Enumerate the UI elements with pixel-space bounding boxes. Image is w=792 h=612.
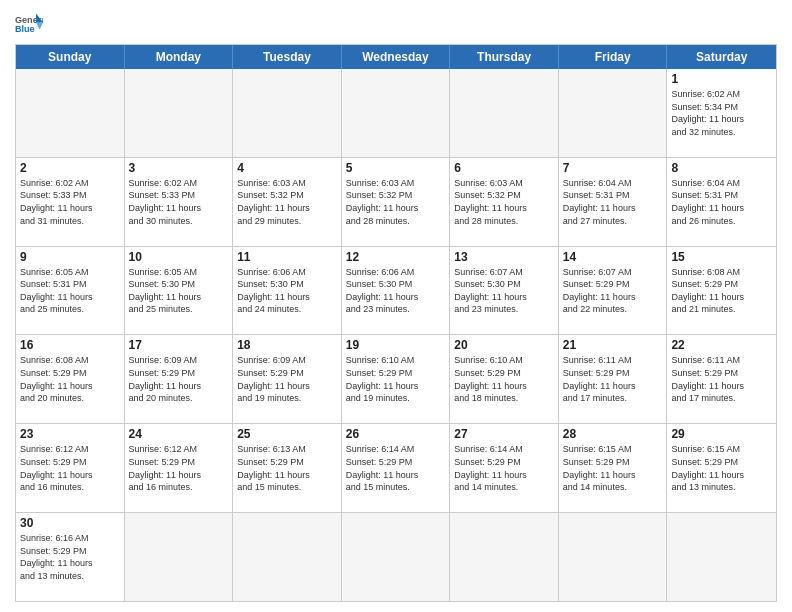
day-cell: 22Sunrise: 6:11 AM Sunset: 5:29 PM Dayli… xyxy=(667,335,776,423)
day-number: 7 xyxy=(563,161,663,175)
day-info: Sunrise: 6:12 AM Sunset: 5:29 PM Dayligh… xyxy=(20,443,120,493)
day-cell: 10Sunrise: 6:05 AM Sunset: 5:30 PM Dayli… xyxy=(125,247,234,335)
svg-marker-3 xyxy=(36,23,43,30)
logo: General Blue xyxy=(15,10,43,38)
day-header: Sunday xyxy=(16,45,125,69)
day-cell: 30Sunrise: 6:16 AM Sunset: 5:29 PM Dayli… xyxy=(16,513,125,601)
day-cell: 14Sunrise: 6:07 AM Sunset: 5:29 PM Dayli… xyxy=(559,247,668,335)
day-cell: 7Sunrise: 6:04 AM Sunset: 5:31 PM Daylig… xyxy=(559,158,668,246)
day-cell: 20Sunrise: 6:10 AM Sunset: 5:29 PM Dayli… xyxy=(450,335,559,423)
day-number: 22 xyxy=(671,338,772,352)
day-number: 11 xyxy=(237,250,337,264)
day-info: Sunrise: 6:11 AM Sunset: 5:29 PM Dayligh… xyxy=(671,354,772,404)
day-info: Sunrise: 6:03 AM Sunset: 5:32 PM Dayligh… xyxy=(237,177,337,227)
header: General Blue xyxy=(15,10,777,38)
day-number: 21 xyxy=(563,338,663,352)
day-header: Wednesday xyxy=(342,45,451,69)
day-cell: 29Sunrise: 6:15 AM Sunset: 5:29 PM Dayli… xyxy=(667,424,776,512)
day-cell: 4Sunrise: 6:03 AM Sunset: 5:32 PM Daylig… xyxy=(233,158,342,246)
day-number: 17 xyxy=(129,338,229,352)
day-info: Sunrise: 6:08 AM Sunset: 5:29 PM Dayligh… xyxy=(671,266,772,316)
day-cell xyxy=(342,69,451,157)
day-info: Sunrise: 6:13 AM Sunset: 5:29 PM Dayligh… xyxy=(237,443,337,493)
day-cell: 19Sunrise: 6:10 AM Sunset: 5:29 PM Dayli… xyxy=(342,335,451,423)
day-cell xyxy=(450,513,559,601)
day-info: Sunrise: 6:05 AM Sunset: 5:31 PM Dayligh… xyxy=(20,266,120,316)
day-cell xyxy=(233,513,342,601)
day-cell: 6Sunrise: 6:03 AM Sunset: 5:32 PM Daylig… xyxy=(450,158,559,246)
day-cell xyxy=(559,513,668,601)
day-info: Sunrise: 6:04 AM Sunset: 5:31 PM Dayligh… xyxy=(671,177,772,227)
day-number: 14 xyxy=(563,250,663,264)
day-info: Sunrise: 6:10 AM Sunset: 5:29 PM Dayligh… xyxy=(454,354,554,404)
day-info: Sunrise: 6:02 AM Sunset: 5:33 PM Dayligh… xyxy=(129,177,229,227)
day-cell: 24Sunrise: 6:12 AM Sunset: 5:29 PM Dayli… xyxy=(125,424,234,512)
day-cell xyxy=(125,69,234,157)
day-cell: 25Sunrise: 6:13 AM Sunset: 5:29 PM Dayli… xyxy=(233,424,342,512)
day-info: Sunrise: 6:15 AM Sunset: 5:29 PM Dayligh… xyxy=(671,443,772,493)
day-cell: 13Sunrise: 6:07 AM Sunset: 5:30 PM Dayli… xyxy=(450,247,559,335)
day-info: Sunrise: 6:04 AM Sunset: 5:31 PM Dayligh… xyxy=(563,177,663,227)
day-number: 3 xyxy=(129,161,229,175)
day-number: 27 xyxy=(454,427,554,441)
day-number: 13 xyxy=(454,250,554,264)
day-info: Sunrise: 6:09 AM Sunset: 5:29 PM Dayligh… xyxy=(129,354,229,404)
week-row: 16Sunrise: 6:08 AM Sunset: 5:29 PM Dayli… xyxy=(16,334,776,423)
day-info: Sunrise: 6:03 AM Sunset: 5:32 PM Dayligh… xyxy=(346,177,446,227)
day-number: 28 xyxy=(563,427,663,441)
day-info: Sunrise: 6:09 AM Sunset: 5:29 PM Dayligh… xyxy=(237,354,337,404)
day-cell xyxy=(342,513,451,601)
day-info: Sunrise: 6:06 AM Sunset: 5:30 PM Dayligh… xyxy=(346,266,446,316)
day-info: Sunrise: 6:15 AM Sunset: 5:29 PM Dayligh… xyxy=(563,443,663,493)
day-cell: 26Sunrise: 6:14 AM Sunset: 5:29 PM Dayli… xyxy=(342,424,451,512)
day-cell xyxy=(16,69,125,157)
day-number: 10 xyxy=(129,250,229,264)
day-info: Sunrise: 6:12 AM Sunset: 5:29 PM Dayligh… xyxy=(129,443,229,493)
day-cell: 8Sunrise: 6:04 AM Sunset: 5:31 PM Daylig… xyxy=(667,158,776,246)
day-info: Sunrise: 6:14 AM Sunset: 5:29 PM Dayligh… xyxy=(346,443,446,493)
day-cell: 17Sunrise: 6:09 AM Sunset: 5:29 PM Dayli… xyxy=(125,335,234,423)
day-cell: 16Sunrise: 6:08 AM Sunset: 5:29 PM Dayli… xyxy=(16,335,125,423)
day-info: Sunrise: 6:02 AM Sunset: 5:34 PM Dayligh… xyxy=(671,88,772,138)
day-number: 29 xyxy=(671,427,772,441)
day-info: Sunrise: 6:06 AM Sunset: 5:30 PM Dayligh… xyxy=(237,266,337,316)
day-header: Monday xyxy=(125,45,234,69)
logo-icon: General Blue xyxy=(15,10,43,38)
day-header: Thursday xyxy=(450,45,559,69)
day-number: 20 xyxy=(454,338,554,352)
day-cell xyxy=(667,513,776,601)
day-info: Sunrise: 6:07 AM Sunset: 5:29 PM Dayligh… xyxy=(563,266,663,316)
day-cell: 2Sunrise: 6:02 AM Sunset: 5:33 PM Daylig… xyxy=(16,158,125,246)
day-info: Sunrise: 6:05 AM Sunset: 5:30 PM Dayligh… xyxy=(129,266,229,316)
day-number: 12 xyxy=(346,250,446,264)
day-cell: 23Sunrise: 6:12 AM Sunset: 5:29 PM Dayli… xyxy=(16,424,125,512)
day-info: Sunrise: 6:11 AM Sunset: 5:29 PM Dayligh… xyxy=(563,354,663,404)
day-number: 6 xyxy=(454,161,554,175)
day-number: 15 xyxy=(671,250,772,264)
day-cell xyxy=(450,69,559,157)
page: General Blue SundayMondayTuesdayWednesda… xyxy=(0,0,792,612)
calendar: SundayMondayTuesdayWednesdayThursdayFrid… xyxy=(15,44,777,602)
day-info: Sunrise: 6:07 AM Sunset: 5:30 PM Dayligh… xyxy=(454,266,554,316)
day-cell xyxy=(233,69,342,157)
day-number: 30 xyxy=(20,516,120,530)
day-number: 23 xyxy=(20,427,120,441)
day-info: Sunrise: 6:02 AM Sunset: 5:33 PM Dayligh… xyxy=(20,177,120,227)
day-headers: SundayMondayTuesdayWednesdayThursdayFrid… xyxy=(16,45,776,69)
day-info: Sunrise: 6:10 AM Sunset: 5:29 PM Dayligh… xyxy=(346,354,446,404)
day-cell: 12Sunrise: 6:06 AM Sunset: 5:30 PM Dayli… xyxy=(342,247,451,335)
day-info: Sunrise: 6:16 AM Sunset: 5:29 PM Dayligh… xyxy=(20,532,120,582)
day-cell xyxy=(125,513,234,601)
day-cell: 15Sunrise: 6:08 AM Sunset: 5:29 PM Dayli… xyxy=(667,247,776,335)
day-cell: 11Sunrise: 6:06 AM Sunset: 5:30 PM Dayli… xyxy=(233,247,342,335)
day-number: 4 xyxy=(237,161,337,175)
day-cell: 28Sunrise: 6:15 AM Sunset: 5:29 PM Dayli… xyxy=(559,424,668,512)
day-number: 16 xyxy=(20,338,120,352)
day-number: 25 xyxy=(237,427,337,441)
day-info: Sunrise: 6:14 AM Sunset: 5:29 PM Dayligh… xyxy=(454,443,554,493)
day-cell: 21Sunrise: 6:11 AM Sunset: 5:29 PM Dayli… xyxy=(559,335,668,423)
day-number: 9 xyxy=(20,250,120,264)
week-row: 30Sunrise: 6:16 AM Sunset: 5:29 PM Dayli… xyxy=(16,512,776,601)
week-row: 2Sunrise: 6:02 AM Sunset: 5:33 PM Daylig… xyxy=(16,157,776,246)
day-header: Friday xyxy=(559,45,668,69)
